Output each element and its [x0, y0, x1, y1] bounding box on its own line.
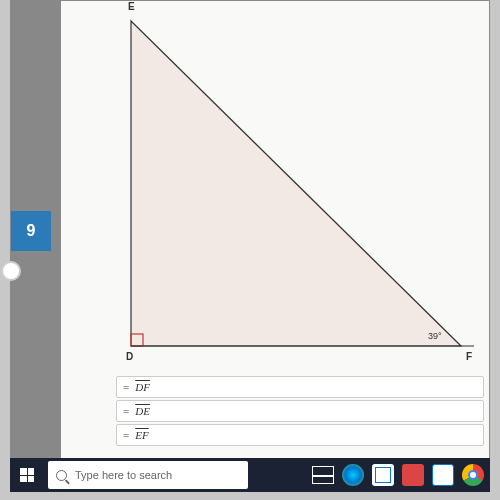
segment-label-DE: DE: [135, 405, 150, 417]
answer-row-EF[interactable]: = EF: [116, 424, 484, 446]
screen-area: 9 E D F 39° = DF = DE = EF: [10, 0, 490, 470]
equals-sign: =: [123, 405, 129, 417]
answer-row-DE[interactable]: = DE: [116, 400, 484, 422]
start-button[interactable]: [10, 458, 44, 492]
news-icon[interactable]: [402, 464, 424, 486]
answer-row-DF[interactable]: = DF: [116, 376, 484, 398]
answer-rows: = DF = DE = EF: [116, 376, 484, 448]
store-icon[interactable]: [432, 464, 454, 486]
equals-sign: =: [123, 429, 129, 441]
windows-taskbar: Type here to search: [10, 458, 490, 492]
angle-F-label: 39°: [428, 331, 442, 341]
segment-label-EF: EF: [135, 429, 148, 441]
vertex-D-label: D: [126, 351, 133, 362]
worksheet-content: E D F 39° = DF = DE = EF: [61, 1, 489, 469]
triangle-figure: E D F 39°: [86, 1, 476, 366]
mail-icon[interactable]: [372, 464, 394, 486]
vertex-E-label: E: [128, 1, 135, 12]
taskbar-search[interactable]: Type here to search: [48, 461, 248, 489]
vertex-F-label: F: [466, 351, 472, 362]
search-icon: [56, 470, 67, 481]
search-placeholder: Type here to search: [75, 469, 172, 481]
segment-label-DF: DF: [135, 381, 150, 393]
taskview-icon[interactable]: [312, 466, 334, 484]
equals-sign: =: [123, 381, 129, 393]
triangle-svg: [86, 1, 476, 366]
problem-number-badge: 9: [11, 211, 51, 251]
chrome-icon[interactable]: [462, 464, 484, 486]
edge-icon[interactable]: [342, 464, 364, 486]
svg-marker-0: [131, 21, 461, 346]
windows-icon: [20, 468, 34, 482]
taskbar-app-icons: [312, 458, 490, 492]
hint-circle: [1, 261, 21, 281]
